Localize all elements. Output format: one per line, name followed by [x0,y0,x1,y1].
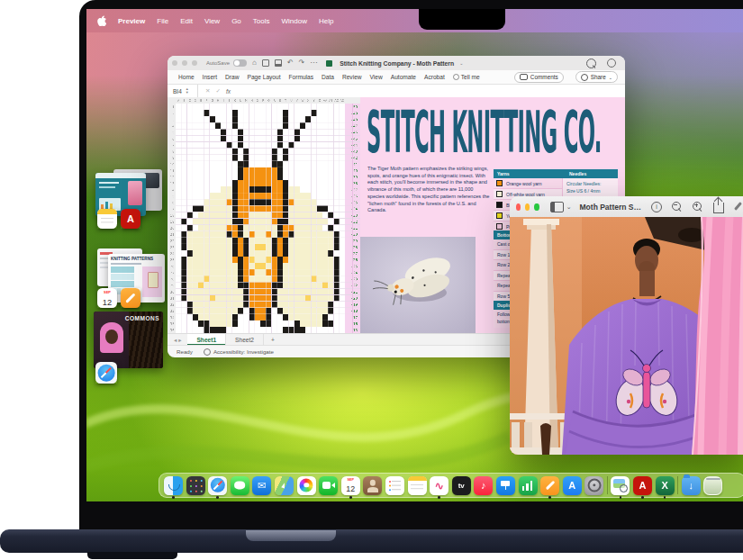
profile-icon[interactable] [607,59,616,68]
notes-app-icon[interactable] [97,209,117,229]
cancel-entry-icon[interactable]: ✕ [205,87,210,95]
ribbon-tab-insert[interactable]: Insert [203,74,218,80]
music-icon[interactable]: ♪ [474,476,493,495]
messages-icon[interactable] [231,476,249,495]
app-store-icon[interactable]: A [563,476,582,495]
menubar-app-name[interactable]: Preview [118,17,145,25]
autosave-toggle[interactable] [233,59,247,67]
undo-icon[interactable]: ↶ [287,59,294,67]
name-box[interactable]: BI4 ▲▼ [168,85,198,97]
facetime-icon[interactable] [319,476,338,495]
markup-icon[interactable] [734,202,743,212]
zoom-button[interactable] [192,60,197,66]
zoom-button[interactable] [534,203,539,211]
search-icon[interactable] [586,59,596,68]
numbers-icon[interactable] [519,476,538,495]
safari-icon[interactable] [95,362,117,384]
system-settings-icon[interactable] [584,476,603,495]
menu-item-window[interactable]: Window [282,17,307,25]
ribbon-tab-automate[interactable]: Automate [391,74,416,80]
reminders-icon[interactable] [385,476,404,495]
minimize-button[interactable] [525,203,530,211]
pages-icon[interactable] [121,288,140,308]
confirm-entry-icon[interactable]: ✓ [215,87,220,95]
photos-icon[interactable] [297,476,316,495]
fx-icon[interactable]: fx [226,88,231,95]
launchpad-icon[interactable] [186,476,205,495]
downloads-icon[interactable]: ↓ [682,476,701,495]
sidebar-toggle-icon[interactable] [550,202,564,212]
safari-app-icon[interactable] [95,362,117,384]
preview-icon[interactable] [611,476,630,495]
redo-icon[interactable]: ↷ [299,59,305,67]
finder-icon[interactable] [164,476,183,495]
close-button[interactable] [172,60,177,66]
apple-menu-icon[interactable] [97,15,106,26]
menu-item-tools[interactable]: Tools [253,17,270,25]
reminders-icon-part [389,481,391,483]
ribbon-tab-draw[interactable]: Draw [225,74,239,80]
freeform-icon[interactable]: ∿ [430,476,449,495]
yarn-swatch [496,223,503,230]
acrobat-app-icon[interactable]: A [121,209,140,229]
excel-titlebar[interactable]: AutoSave ⌂ ↶ ↷ ⋯ Stitch Knitting Company… [168,56,625,70]
acrobat-icon[interactable]: A [633,476,652,495]
more-icon[interactable]: ⋯ [310,59,317,67]
ribbon-tab-data[interactable]: Data [322,74,334,80]
ribbon-tab-home[interactable]: Home [178,74,195,80]
menu-bar: Preview FileEditViewGoToolsWindowHelp [86,9,743,32]
magazine-title: COMMONS [125,315,159,321]
zoom-out-icon[interactable] [672,202,683,212]
pages-icon[interactable] [540,476,559,495]
stage-group-magazine-thumb[interactable]: COMMONS [94,312,163,368]
facetime-icon-part [322,482,331,489]
menu-item-go[interactable]: Go [231,17,241,25]
mail-icon[interactable]: ✉ [252,476,271,495]
keynote-icon[interactable] [496,476,515,495]
ribbon-tab-acrobat[interactable]: Acrobat [424,74,445,80]
ribbon-tab-review[interactable]: Review [342,74,362,80]
tell-me[interactable]: Tell me [453,74,480,80]
title-chevron-icon[interactable]: ⌄ [459,61,463,66]
menu-item-help[interactable]: Help [319,17,333,25]
running-indicator [620,496,622,499]
zoom-in-icon[interactable] [693,202,703,212]
notes-icon[interactable] [97,209,117,229]
preview-title: Moth Pattern S… [580,203,641,212]
macbook-air-hero: Preview FileEditViewGoToolsWindowHelp [0,0,743,560]
menu-item-edit[interactable]: Edit [180,17,193,25]
save-icon[interactable] [262,59,269,67]
share-icon[interactable] [713,203,724,213]
spreadsheet-grid[interactable] [168,97,360,333]
calendar-icon[interactable]: SEP12 [341,476,360,495]
calendar-app-icon[interactable]: SEP12 [97,288,117,308]
calendar-icon[interactable]: SEP12 [97,288,117,308]
excel-ribbon-tabs: HomeInsertDrawPage LayoutFormulasDataRev… [168,70,625,85]
acrobat-icon[interactable]: A [121,209,140,229]
close-button[interactable] [516,203,521,211]
safari-icon[interactable] [208,476,227,495]
pages-app-icon[interactable] [121,288,140,308]
comment-bubble-icon [520,74,528,80]
ribbon-tab-view[interactable]: View [370,74,383,80]
preview-titlebar[interactable]: ⌄ Moth Pattern S… i [510,196,743,218]
menu-item-file[interactable]: File [157,17,168,25]
excel-icon[interactable]: X [656,476,675,495]
print-icon[interactable] [275,59,282,67]
share-button[interactable]: Share ⌄ [575,71,618,83]
maps-icon[interactable] [275,476,294,495]
minimize-button[interactable] [182,60,187,66]
comments-button[interactable]: Comments [514,72,564,83]
ribbon-tab-page-layout[interactable]: Page Layout [247,74,280,80]
info-icon[interactable]: i [651,202,662,212]
home-icon[interactable]: ⌂ [252,59,257,67]
ribbon-tab-formulas[interactable]: Formulas [289,74,313,80]
notes-icon[interactable] [408,476,427,495]
sidebar-chevron-icon[interactable]: ⌄ [566,203,572,211]
tv-icon[interactable]: tv [452,476,471,495]
trash-icon[interactable] [703,476,722,495]
contacts-icon[interactable] [363,476,382,495]
document-title[interactable]: Stitch Knitting Company - Moth Pattern [340,60,454,67]
menu-item-view[interactable]: View [204,17,220,25]
name-box-stepper[interactable]: ▲▼ [186,87,189,95]
